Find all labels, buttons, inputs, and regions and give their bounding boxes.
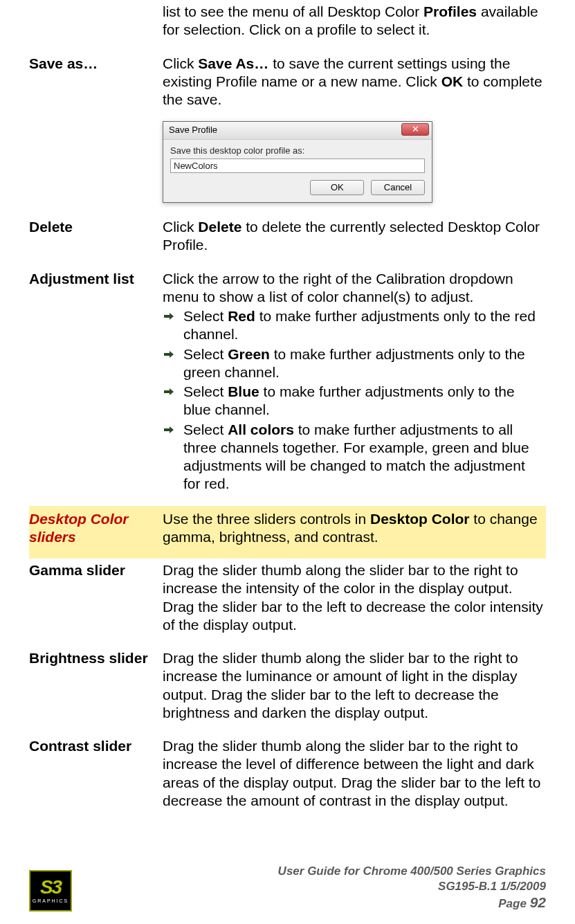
profile-name-input[interactable]	[170, 158, 425, 173]
svg-marker-7	[170, 426, 174, 433]
term-delete: Delete	[29, 219, 73, 235]
term-contrast-slider: Contrast slider	[29, 738, 131, 754]
footer-text: User Guide for Chrome 400/500 Series Gra…	[278, 864, 546, 912]
close-icon: ✕	[412, 124, 419, 134]
list-item: Select Green to make further adjustments…	[163, 345, 546, 382]
adjust-bullets: Select Red to make further adjustments o…	[163, 307, 546, 493]
intro-text-a: list to see the menu of all Desktop Colo…	[163, 3, 423, 19]
arrow-icon	[164, 350, 174, 359]
sliders-desc: Use the three sliders controls in Deskto…	[163, 510, 546, 547]
svg-marker-3	[170, 351, 174, 358]
row-adjustment-list: Adjustment list Click the arrow to the r…	[29, 267, 546, 506]
logo-subtext: GRAPHICS	[33, 898, 69, 905]
row-contrast: Contrast slider Drag the slider thumb al…	[29, 734, 546, 822]
row-intro: list to see the menu of all Desktop Colo…	[29, 0, 546, 52]
brightness-desc: Drag the slider thumb along the slider b…	[163, 649, 546, 722]
svg-rect-4	[164, 390, 170, 393]
arrow-icon	[164, 387, 174, 397]
list-item: Select Blue to make further adjustments …	[163, 383, 546, 419]
save-as-desc: Click Save As… to save the current setti…	[163, 55, 546, 109]
svg-marker-1	[170, 313, 174, 320]
ok-button[interactable]: OK	[310, 180, 364, 195]
row-sliders-header: Desktop Color sliders Use the three slid…	[29, 506, 546, 559]
list-item: Select All colors to make further adjust…	[163, 421, 546, 493]
list-item: Select Red to make further adjustments o…	[163, 307, 546, 344]
term-adjustment-list: Adjustment list	[29, 271, 134, 287]
footer-page: Page 92	[278, 894, 546, 912]
svg-rect-6	[164, 428, 170, 431]
logo-text: S3	[40, 878, 61, 897]
footer-line1: User Guide for Chrome 400/500 Series Gra…	[278, 864, 546, 878]
term-gamma-slider: Gamma slider	[29, 562, 125, 578]
row-save-as: Save as… Click Save As… to save the curr…	[29, 52, 546, 216]
dialog-title-text: Save Profile	[169, 125, 217, 135]
term-desktop-color-sliders: Desktop Color sliders	[29, 511, 129, 545]
close-button[interactable]: ✕	[401, 123, 429, 136]
gamma-desc: Drag the slider thumb along the slider b…	[163, 561, 546, 634]
term-save-as: Save as…	[29, 55, 98, 71]
dialog-titlebar: Save Profile ✕	[163, 122, 432, 139]
definitions-table: list to see the menu of all Desktop Colo…	[29, 0, 546, 822]
svg-marker-5	[170, 388, 174, 395]
footer-line2: SG195-B.1 1/5/2009	[278, 879, 546, 894]
adjust-intro: Click the arrow to the right of the Cali…	[163, 270, 546, 307]
dialog-label: Save this desktop color profile as:	[170, 145, 425, 156]
page-footer: S3 GRAPHICS User Guide for Chrome 400/50…	[0, 864, 575, 912]
cancel-button[interactable]: Cancel	[371, 180, 425, 195]
svg-rect-2	[164, 353, 170, 356]
arrow-icon	[164, 311, 174, 321]
term-brightness-slider: Brightness slider	[29, 650, 148, 666]
s3-logo: S3 GRAPHICS	[29, 870, 72, 912]
save-profile-dialog: Save Profile ✕ Save this desktop color p…	[163, 121, 432, 203]
row-delete: Delete Click Delete to delete the curren…	[29, 215, 546, 267]
contrast-desc: Drag the slider thumb along the slider b…	[163, 737, 546, 810]
row-brightness: Brightness slider Drag the slider thumb …	[29, 646, 546, 734]
intro-bold: Profiles	[423, 3, 477, 19]
row-gamma: Gamma slider Drag the slider thumb along…	[29, 559, 546, 646]
arrow-icon	[164, 425, 174, 435]
delete-desc: Click Delete to delete the currently sel…	[163, 218, 546, 255]
svg-rect-0	[164, 315, 170, 318]
